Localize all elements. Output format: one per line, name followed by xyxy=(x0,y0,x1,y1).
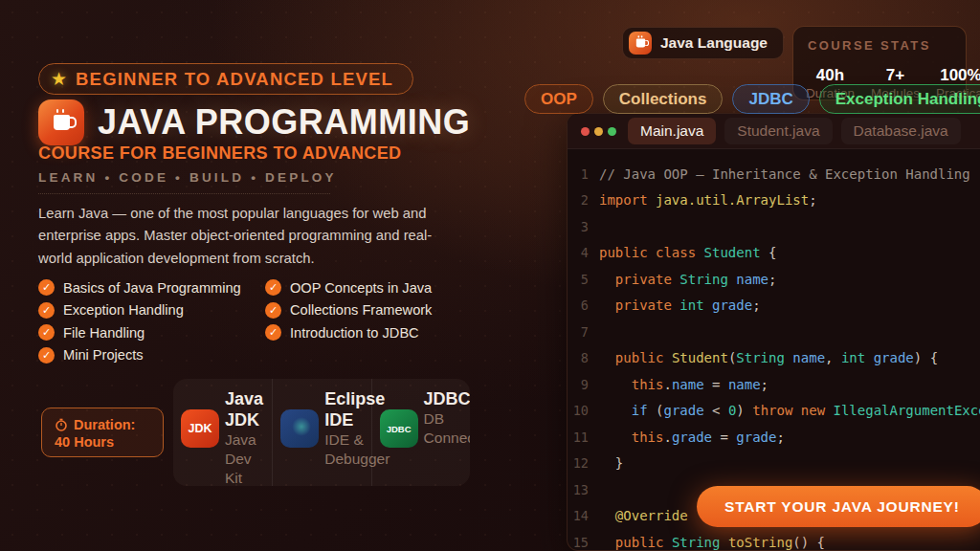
code-token xyxy=(599,298,615,313)
start-journey-button[interactable]: START YOUR JAVA JOURNEY! xyxy=(697,486,980,527)
code-token xyxy=(599,350,615,365)
tool-subtitle: Java Dev Kit xyxy=(225,430,266,486)
language-pill[interactable]: Java Language xyxy=(622,27,784,59)
feature-label: Collections Framework xyxy=(290,302,432,318)
check-icon: ✓ xyxy=(38,279,55,296)
code-text: } xyxy=(599,455,623,471)
code-token: if xyxy=(632,403,656,418)
tab-main-java[interactable]: Main.java xyxy=(628,118,716,144)
editor-header: Main.javaStudent.javaDatabase.java xyxy=(568,114,980,149)
code-line: 9 this.name = name; xyxy=(568,371,980,398)
code-token: // Java OOP — Inheritance & Exception Ha… xyxy=(599,166,970,182)
tool-card: JDBCJDBCDB Connectivity xyxy=(371,379,470,486)
feature-label: Introduction to JDBC xyxy=(290,325,419,341)
code-token: String xyxy=(679,272,736,287)
course-stats-title: COURSE STATS xyxy=(793,27,966,53)
code-token: . xyxy=(663,377,671,392)
code-token: ; xyxy=(809,192,816,208)
topic-tag-oop[interactable]: OOP xyxy=(524,84,593,114)
stat-value: 100% xyxy=(936,65,980,85)
code-token: public class xyxy=(599,245,704,260)
code-token: grade xyxy=(712,298,752,313)
code-token xyxy=(599,403,632,418)
feature-item: ✓File Handling xyxy=(38,324,242,341)
jdbc-icon: JDBC xyxy=(380,409,418,448)
tool-card: JDKJava JDKJava Dev Kit xyxy=(173,379,272,486)
tab-database-java[interactable]: Database.java xyxy=(841,118,961,144)
course-landing-page: ★ BEGINNER TO ADVANCED LEVEL JAVA PROGRA… xyxy=(0,0,980,551)
code-token: grade xyxy=(736,430,776,445)
code-text: private String name; xyxy=(599,272,776,287)
level-badge: ★ BEGINNER TO ADVANCED LEVEL xyxy=(38,63,413,95)
title-row: JAVA PROGRAMMING xyxy=(38,99,470,145)
clock-icon xyxy=(55,418,68,431)
tool-text: JDBCDB Connectivity xyxy=(424,388,470,486)
tool-card: Eclipse IDEIDE & Debugger xyxy=(272,379,370,486)
window-maximize-icon xyxy=(608,127,616,136)
code-text: private int grade; xyxy=(599,298,761,313)
code-token xyxy=(599,377,632,392)
code-token: import xyxy=(599,192,656,208)
code-token: () { xyxy=(792,535,825,550)
java-logo-icon xyxy=(38,99,84,145)
feature-item: ✓OOP Concepts in Java xyxy=(265,279,432,296)
code-token: < xyxy=(704,403,728,418)
code-token: String xyxy=(672,535,728,550)
tagline: LEARN • CODE • BUILD • DEPLOY xyxy=(38,170,337,185)
code-line: 7 xyxy=(568,319,980,345)
topic-tag-jdbc[interactable]: JDBC xyxy=(732,84,809,114)
language-pill-label: Java Language xyxy=(660,34,768,52)
jdk-icon: JDK xyxy=(181,409,219,448)
java-mini-logo-icon xyxy=(629,32,652,55)
code-line: 12 } xyxy=(568,451,980,477)
code-token: toString xyxy=(728,535,792,550)
line-number: 8 xyxy=(568,350,589,365)
code-line: 2import java.util.ArrayList; xyxy=(568,187,980,214)
star-icon: ★ xyxy=(51,70,67,88)
window-controls xyxy=(581,127,616,136)
code-token: } xyxy=(599,455,623,471)
code-token: public xyxy=(615,350,672,365)
code-token: ; xyxy=(752,298,760,313)
code-token: private xyxy=(615,298,679,313)
check-icon: ✓ xyxy=(38,302,55,319)
window-close-icon xyxy=(581,127,590,136)
code-token: name xyxy=(728,377,761,392)
tool-subtitle: DB Connectivity xyxy=(424,409,470,448)
tool-title: Java JDK xyxy=(225,388,266,430)
code-text: public String toString() { xyxy=(599,535,825,550)
code-token: @Override xyxy=(615,508,688,523)
course-description: Learn Java — one of the most popular lan… xyxy=(38,203,464,270)
code-line: 3 xyxy=(568,213,980,240)
code-line: 10 if (grade < 0) throw new IllegalArgum… xyxy=(568,398,980,425)
code-token: ; xyxy=(768,272,776,287)
feature-item: ✓Exception Handling xyxy=(38,302,242,319)
topic-tag-collections[interactable]: Collections xyxy=(603,84,724,114)
code-token: ) xyxy=(736,403,752,418)
feature-list: ✓Basics of Java Programming✓Exception Ha… xyxy=(38,279,432,364)
code-token: Student xyxy=(672,350,728,365)
code-token: name xyxy=(736,272,768,287)
stat-value: 7+ xyxy=(871,65,920,85)
code-token: String xyxy=(736,350,792,365)
code-token: private xyxy=(615,272,679,287)
code-token: . xyxy=(663,430,671,445)
code-token: new xyxy=(801,403,834,418)
check-icon: ✓ xyxy=(38,324,55,341)
topic-tag-exception-handling[interactable]: Exception Handling▲ xyxy=(819,84,980,114)
code-token: grade xyxy=(663,403,703,418)
code-text: // Java OOP — Inheritance & Exception Ha… xyxy=(599,166,970,182)
feature-column-1: ✓Basics of Java Programming✓Exception Ha… xyxy=(38,279,242,364)
coffee-mug-icon xyxy=(54,115,70,130)
tab-student-java[interactable]: Student.java xyxy=(724,118,832,144)
eclipse-icon xyxy=(280,409,319,448)
check-icon: ✓ xyxy=(265,324,281,341)
line-number: 14 xyxy=(568,508,589,523)
check-icon: ✓ xyxy=(38,347,55,364)
code-token: Student xyxy=(704,245,761,260)
code-text: import java.util.ArrayList; xyxy=(599,192,817,208)
code-token: this xyxy=(632,377,664,392)
code-text: this.name = name; xyxy=(599,377,768,392)
page-subtitle: COURSE FOR BEGINNERS TO ADVANCED xyxy=(38,143,402,164)
line-number: 2 xyxy=(568,192,589,208)
